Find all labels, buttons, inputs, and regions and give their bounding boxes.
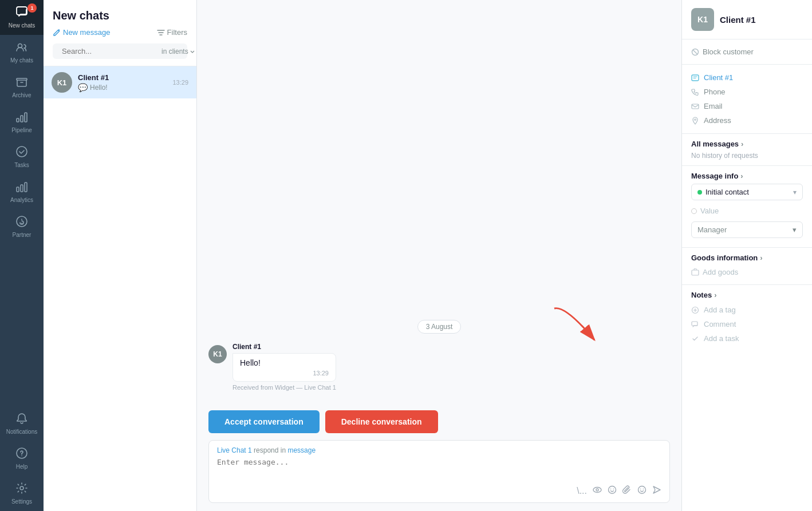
sidebar-item-notifications[interactable]: Notifications (0, 406, 44, 441)
sidebar-label-partner: Partner (13, 232, 31, 239)
compose-tool-eye[interactable] (593, 485, 602, 497)
new-message-link[interactable]: New message (53, 28, 110, 37)
sidebar-item-help[interactable]: Help (0, 441, 44, 476)
sidebar-label-help: Help (16, 464, 28, 470)
notes-label: Notes (691, 291, 712, 299)
chevron-right-icon: › (741, 140, 743, 148)
right-panel-header: K1 Client #1 (682, 0, 812, 39)
search-input[interactable] (62, 47, 158, 56)
compose-message-link[interactable]: message (287, 446, 316, 454)
svg-rect-5 (25, 113, 27, 122)
status-dropdown[interactable]: Initial contact ▾ (691, 184, 803, 200)
svg-rect-0 (17, 7, 27, 15)
notes-chevron-icon: › (714, 291, 716, 299)
all-messages-link[interactable]: All messages › (691, 140, 803, 148)
my-chats-icon (15, 41, 28, 55)
settings-icon (15, 482, 28, 496)
message-info-link[interactable]: Message info › (691, 172, 803, 180)
status-dropdown-arrow: ▾ (793, 188, 797, 196)
sidebar-item-partner[interactable]: Partner (0, 209, 44, 244)
filters-button[interactable]: Filters (157, 28, 187, 37)
decline-conversation-button[interactable]: Decline conversation (325, 410, 438, 433)
right-panel: K1 Client #1 Block customer Client #1 Ph… (681, 0, 812, 511)
live-chat-link[interactable]: Live Chat 1 (217, 446, 252, 454)
chat-list-title: New chats (53, 9, 187, 22)
task-icon (691, 335, 699, 343)
chat-compose: Live Chat 1 respond in message \... (208, 440, 670, 503)
compose-toolbar: \... (217, 485, 661, 497)
block-icon (691, 48, 699, 56)
new-chats-icon (15, 6, 28, 20)
sidebar-item-tasks[interactable]: Tasks (0, 140, 44, 175)
value-row: Value (691, 204, 803, 218)
email-label: Email (704, 102, 723, 110)
sidebar-item-settings[interactable]: Settings (0, 476, 44, 511)
compose-tool-attach[interactable] (622, 485, 632, 497)
message-sender: Client #1 (232, 343, 336, 351)
svg-rect-9 (25, 183, 27, 192)
accept-conversation-button[interactable]: Accept conversation (208, 410, 320, 433)
partner-icon (15, 215, 28, 229)
goods-chevron-icon: › (760, 253, 762, 262)
pipeline-icon (15, 110, 28, 125)
svg-point-12 (21, 455, 22, 457)
svg-point-22 (643, 489, 644, 490)
compose-tool-emoji[interactable] (637, 485, 647, 497)
chat-main: 3 August K1 Client #1 Hello! 13:29 Recei… (197, 0, 681, 511)
sidebar-item-analytics[interactable]: Analytics (0, 175, 44, 209)
sidebar-item-new-chats[interactable]: 1 New chats (0, 0, 44, 35)
all-messages-label: All messages (691, 140, 739, 148)
all-messages-section: All messages › No history of requests (682, 134, 812, 166)
message-avatar: K1 (208, 345, 227, 363)
svg-rect-26 (692, 104, 699, 109)
client-name-value: Client #1 (704, 73, 733, 82)
phone-label: Phone (704, 88, 726, 96)
chat-item-time: 13:29 (172, 79, 188, 86)
client-avatar: K1 (691, 8, 714, 31)
compose-tool-slash[interactable]: \... (577, 486, 587, 496)
add-goods-button[interactable]: Add goods (691, 266, 803, 279)
sidebar-label-my-chats: My chats (10, 57, 33, 64)
message-info-section: Message info › Initial contact ▾ Value M… (682, 166, 812, 248)
phone-row: Phone (691, 85, 803, 99)
sidebar-item-pipeline[interactable]: Pipeline (0, 105, 44, 140)
goods-info-link[interactable]: Goods information › (691, 253, 803, 262)
chat-items: K1 Client #1 💬 Hello! 13:29 (44, 66, 196, 511)
svg-point-10 (17, 216, 27, 227)
compose-input[interactable] (217, 458, 661, 478)
comment-label: Comment (704, 320, 736, 328)
new-message-label: New message (63, 28, 110, 37)
comment-row[interactable]: Comment (691, 317, 803, 331)
svg-point-27 (695, 118, 696, 120)
notes-link[interactable]: Notes › (691, 291, 803, 299)
chat-item[interactable]: K1 Client #1 💬 Hello! 13:29 (44, 66, 196, 98)
sidebar-label-archive: Archive (12, 92, 31, 99)
status-dot (697, 190, 702, 195)
svg-rect-28 (692, 270, 699, 275)
compose-tool-send[interactable] (652, 485, 661, 497)
message-time: 13:29 (240, 370, 329, 377)
search-scope[interactable]: in clients (161, 47, 195, 56)
value-circle-icon (691, 208, 697, 214)
goods-info-label: Goods information (691, 253, 758, 262)
value-label: Value (700, 207, 719, 215)
tag-icon (691, 306, 699, 314)
add-tag-row[interactable]: Add a tag (691, 303, 803, 317)
compose-tool-emoji2[interactable] (608, 485, 617, 497)
comment-icon (691, 320, 699, 328)
avatar: K1 (52, 72, 72, 93)
add-task-label: Add a task (704, 334, 739, 343)
block-customer-button[interactable]: Block customer (691, 45, 803, 58)
manager-dropdown[interactable]: Manager ▾ (691, 221, 803, 238)
archive-icon (15, 76, 28, 90)
chat-action-bar: Accept conversation Decline conversation (197, 403, 681, 440)
goods-section: Goods information › Add goods (682, 248, 812, 285)
svg-point-16 (596, 489, 598, 491)
preview-icon: 💬 (78, 83, 88, 92)
add-tag-label: Add a tag (704, 306, 736, 314)
sidebar-item-my-chats[interactable]: My chats (0, 35, 44, 70)
add-task-row[interactable]: Add a task (691, 331, 803, 346)
svg-point-17 (609, 486, 616, 494)
sidebar-item-archive[interactable]: Archive (0, 70, 44, 105)
message-bubble: Hello! 13:29 (232, 353, 336, 382)
